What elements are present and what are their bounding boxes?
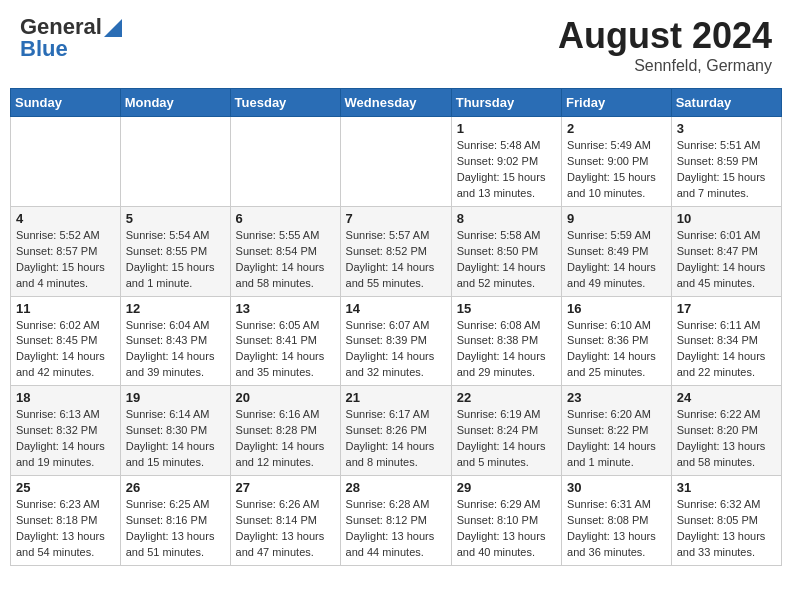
calendar-cell: 17Sunrise: 6:11 AM Sunset: 8:34 PM Dayli…	[671, 296, 781, 386]
calendar-week-row: 4Sunrise: 5:52 AM Sunset: 8:57 PM Daylig…	[11, 206, 782, 296]
day-number: 3	[677, 121, 776, 136]
day-info: Sunrise: 6:29 AM Sunset: 8:10 PM Dayligh…	[457, 497, 556, 561]
weekday-header: Thursday	[451, 89, 561, 117]
day-info: Sunrise: 5:54 AM Sunset: 8:55 PM Dayligh…	[126, 228, 225, 292]
calendar-cell: 12Sunrise: 6:04 AM Sunset: 8:43 PM Dayli…	[120, 296, 230, 386]
day-info: Sunrise: 6:28 AM Sunset: 8:12 PM Dayligh…	[346, 497, 446, 561]
day-number: 8	[457, 211, 556, 226]
calendar-cell: 24Sunrise: 6:22 AM Sunset: 8:20 PM Dayli…	[671, 386, 781, 476]
day-info: Sunrise: 6:13 AM Sunset: 8:32 PM Dayligh…	[16, 407, 115, 471]
day-info: Sunrise: 6:20 AM Sunset: 8:22 PM Dayligh…	[567, 407, 666, 471]
calendar-cell	[11, 117, 121, 207]
calendar-week-row: 11Sunrise: 6:02 AM Sunset: 8:45 PM Dayli…	[11, 296, 782, 386]
day-info: Sunrise: 6:08 AM Sunset: 8:38 PM Dayligh…	[457, 318, 556, 382]
calendar-cell: 16Sunrise: 6:10 AM Sunset: 8:36 PM Dayli…	[562, 296, 672, 386]
calendar-cell: 28Sunrise: 6:28 AM Sunset: 8:12 PM Dayli…	[340, 476, 451, 566]
day-info: Sunrise: 6:32 AM Sunset: 8:05 PM Dayligh…	[677, 497, 776, 561]
day-info: Sunrise: 6:02 AM Sunset: 8:45 PM Dayligh…	[16, 318, 115, 382]
calendar-week-row: 18Sunrise: 6:13 AM Sunset: 8:32 PM Dayli…	[11, 386, 782, 476]
calendar-cell: 9Sunrise: 5:59 AM Sunset: 8:49 PM Daylig…	[562, 206, 672, 296]
day-info: Sunrise: 6:31 AM Sunset: 8:08 PM Dayligh…	[567, 497, 666, 561]
day-info: Sunrise: 6:10 AM Sunset: 8:36 PM Dayligh…	[567, 318, 666, 382]
calendar-cell: 5Sunrise: 5:54 AM Sunset: 8:55 PM Daylig…	[120, 206, 230, 296]
calendar-cell: 6Sunrise: 5:55 AM Sunset: 8:54 PM Daylig…	[230, 206, 340, 296]
day-info: Sunrise: 5:59 AM Sunset: 8:49 PM Dayligh…	[567, 228, 666, 292]
day-number: 28	[346, 480, 446, 495]
day-info: Sunrise: 6:17 AM Sunset: 8:26 PM Dayligh…	[346, 407, 446, 471]
day-number: 19	[126, 390, 225, 405]
calendar-cell: 23Sunrise: 6:20 AM Sunset: 8:22 PM Dayli…	[562, 386, 672, 476]
day-number: 12	[126, 301, 225, 316]
day-info: Sunrise: 6:04 AM Sunset: 8:43 PM Dayligh…	[126, 318, 225, 382]
day-number: 18	[16, 390, 115, 405]
day-number: 30	[567, 480, 666, 495]
month-year: August 2024	[558, 15, 772, 57]
day-number: 23	[567, 390, 666, 405]
day-info: Sunrise: 6:14 AM Sunset: 8:30 PM Dayligh…	[126, 407, 225, 471]
day-info: Sunrise: 6:19 AM Sunset: 8:24 PM Dayligh…	[457, 407, 556, 471]
day-number: 27	[236, 480, 335, 495]
location: Sennfeld, Germany	[558, 57, 772, 75]
calendar-cell: 7Sunrise: 5:57 AM Sunset: 8:52 PM Daylig…	[340, 206, 451, 296]
day-number: 24	[677, 390, 776, 405]
calendar-cell: 11Sunrise: 6:02 AM Sunset: 8:45 PM Dayli…	[11, 296, 121, 386]
day-info: Sunrise: 6:23 AM Sunset: 8:18 PM Dayligh…	[16, 497, 115, 561]
day-number: 20	[236, 390, 335, 405]
calendar-cell: 20Sunrise: 6:16 AM Sunset: 8:28 PM Dayli…	[230, 386, 340, 476]
logo-blue-text: Blue	[20, 37, 122, 61]
weekday-header: Saturday	[671, 89, 781, 117]
calendar-cell: 8Sunrise: 5:58 AM Sunset: 8:50 PM Daylig…	[451, 206, 561, 296]
weekday-header: Tuesday	[230, 89, 340, 117]
day-number: 4	[16, 211, 115, 226]
day-info: Sunrise: 6:22 AM Sunset: 8:20 PM Dayligh…	[677, 407, 776, 471]
calendar-cell: 3Sunrise: 5:51 AM Sunset: 8:59 PM Daylig…	[671, 117, 781, 207]
day-number: 13	[236, 301, 335, 316]
calendar-cell: 15Sunrise: 6:08 AM Sunset: 8:38 PM Dayli…	[451, 296, 561, 386]
day-number: 10	[677, 211, 776, 226]
day-number: 26	[126, 480, 225, 495]
day-info: Sunrise: 5:49 AM Sunset: 9:00 PM Dayligh…	[567, 138, 666, 202]
day-number: 1	[457, 121, 556, 136]
day-info: Sunrise: 6:16 AM Sunset: 8:28 PM Dayligh…	[236, 407, 335, 471]
calendar-cell: 10Sunrise: 6:01 AM Sunset: 8:47 PM Dayli…	[671, 206, 781, 296]
day-number: 11	[16, 301, 115, 316]
day-number: 31	[677, 480, 776, 495]
day-number: 25	[16, 480, 115, 495]
day-number: 29	[457, 480, 556, 495]
calendar-cell: 19Sunrise: 6:14 AM Sunset: 8:30 PM Dayli…	[120, 386, 230, 476]
calendar-cell: 25Sunrise: 6:23 AM Sunset: 8:18 PM Dayli…	[11, 476, 121, 566]
day-info: Sunrise: 6:05 AM Sunset: 8:41 PM Dayligh…	[236, 318, 335, 382]
day-number: 2	[567, 121, 666, 136]
weekday-header: Wednesday	[340, 89, 451, 117]
calendar-cell: 4Sunrise: 5:52 AM Sunset: 8:57 PM Daylig…	[11, 206, 121, 296]
calendar-cell: 22Sunrise: 6:19 AM Sunset: 8:24 PM Dayli…	[451, 386, 561, 476]
day-info: Sunrise: 5:58 AM Sunset: 8:50 PM Dayligh…	[457, 228, 556, 292]
day-number: 15	[457, 301, 556, 316]
calendar-cell: 21Sunrise: 6:17 AM Sunset: 8:26 PM Dayli…	[340, 386, 451, 476]
calendar-cell: 13Sunrise: 6:05 AM Sunset: 8:41 PM Dayli…	[230, 296, 340, 386]
calendar-cell: 29Sunrise: 6:29 AM Sunset: 8:10 PM Dayli…	[451, 476, 561, 566]
calendar-cell	[230, 117, 340, 207]
page-header: General Blue August 2024 Sennfeld, Germa…	[10, 10, 782, 80]
calendar-cell: 27Sunrise: 6:26 AM Sunset: 8:14 PM Dayli…	[230, 476, 340, 566]
day-number: 16	[567, 301, 666, 316]
day-number: 21	[346, 390, 446, 405]
day-number: 5	[126, 211, 225, 226]
calendar-cell: 18Sunrise: 6:13 AM Sunset: 8:32 PM Dayli…	[11, 386, 121, 476]
svg-marker-0	[104, 19, 122, 37]
calendar-table: SundayMondayTuesdayWednesdayThursdayFrid…	[10, 88, 782, 566]
day-info: Sunrise: 5:48 AM Sunset: 9:02 PM Dayligh…	[457, 138, 556, 202]
weekday-header: Monday	[120, 89, 230, 117]
day-info: Sunrise: 6:25 AM Sunset: 8:16 PM Dayligh…	[126, 497, 225, 561]
day-number: 17	[677, 301, 776, 316]
calendar-week-row: 25Sunrise: 6:23 AM Sunset: 8:18 PM Dayli…	[11, 476, 782, 566]
day-info: Sunrise: 6:01 AM Sunset: 8:47 PM Dayligh…	[677, 228, 776, 292]
logo: General Blue	[20, 15, 122, 61]
calendar-cell: 14Sunrise: 6:07 AM Sunset: 8:39 PM Dayli…	[340, 296, 451, 386]
calendar-title: August 2024 Sennfeld, Germany	[558, 15, 772, 75]
day-info: Sunrise: 5:55 AM Sunset: 8:54 PM Dayligh…	[236, 228, 335, 292]
weekday-header: Sunday	[11, 89, 121, 117]
day-info: Sunrise: 5:57 AM Sunset: 8:52 PM Dayligh…	[346, 228, 446, 292]
weekday-header: Friday	[562, 89, 672, 117]
calendar-header-row: SundayMondayTuesdayWednesdayThursdayFrid…	[11, 89, 782, 117]
